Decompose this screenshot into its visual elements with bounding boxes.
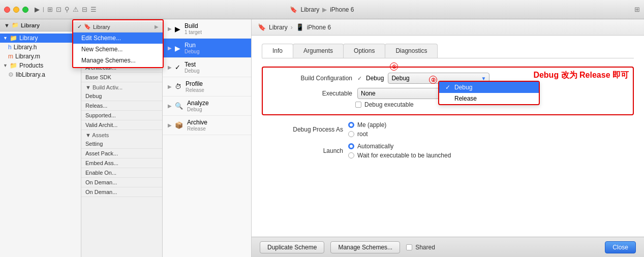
duplicate-scheme-button[interactable]: Duplicate Scheme — [260, 241, 324, 253]
dropdown-header: ✓ 🔖 Library ▶ — [73, 21, 163, 33]
manage-schemes-button[interactable]: Manage Schemes... — [330, 241, 400, 253]
titlebar: ▶ | ⊞ ⊡ ⚲ ⚠ ⊟ ☰ 🔖 Library ▶ iPhone 6 ⊞ — [0, 0, 644, 19]
new-scheme-item[interactable]: New Scheme... — [73, 44, 163, 55]
archive-sub: Release — [187, 126, 207, 132]
setting-row-ondemand2: On Deman... — [81, 187, 162, 197]
sidebar-file-m-label: Library.m — [15, 53, 40, 60]
shared-checkbox[interactable] — [406, 244, 412, 250]
debug-process-label: Debug Process As — [262, 126, 343, 133]
toolbar-icon-5: ⊟ — [82, 6, 87, 13]
analyze-label: Analyze — [187, 100, 209, 107]
right-panel: 🔖 Library › 📱 iPhone 6 Info Arguments Op… — [252, 19, 644, 257]
launch-auto-btn[interactable] — [348, 143, 354, 149]
sidebar-products-label: Products — [19, 62, 43, 69]
tab-bar: Info Arguments Options Diagnostics — [262, 44, 634, 58]
test-expand-arrow: ▶ — [168, 65, 172, 70]
setting-row-enable: Enable On... — [81, 168, 162, 178]
folder-icon: 📁 — [12, 22, 19, 28]
check-mark: ✓ — [357, 75, 362, 82]
release-option[interactable]: Release — [439, 93, 539, 104]
maximize-button[interactable] — [22, 7, 28, 13]
analyze-expand-arrow: ▶ — [168, 103, 172, 109]
radio-root-btn[interactable] — [348, 131, 354, 137]
file-icon-h: h — [8, 44, 12, 51]
debug-exe-checkbox[interactable] — [355, 102, 361, 108]
toolbar-right-icon: ⊞ — [634, 6, 640, 13]
sidebar-item-products[interactable]: ▼ 📁 Products — [0, 61, 81, 70]
archive-expand-arrow: ▶ — [168, 122, 172, 128]
release-option-label: Release — [454, 95, 477, 102]
scheme-profile-item[interactable]: ▶ ⏱ Profile Release — [163, 77, 251, 97]
scheme-build-item[interactable]: ▶ ▶ Build 1 target — [163, 19, 251, 39]
sidebar-item-library[interactable]: ▼ 📁 Library — [0, 34, 81, 43]
debug-process-options: Me (apple) root — [348, 121, 386, 138]
launch-options: Automatically Wait for executable to be … — [348, 143, 451, 159]
assets-header: ▼ Assets — [81, 130, 162, 139]
breadcrumb-sep: › — [291, 24, 293, 31]
setting-row-release: Releas... — [81, 101, 162, 111]
tab-arguments[interactable]: Arguments — [293, 44, 344, 58]
test-icon: ✓ — [175, 63, 180, 71]
sidebar-file-h[interactable]: h Library.h — [8, 43, 81, 52]
manage-schemes-item[interactable]: Manage Schemes... — [73, 55, 163, 66]
setting-row-setting2: Setting — [81, 139, 162, 149]
breadcrumb-device: iPhone 6 — [307, 24, 331, 31]
tab-info[interactable]: Info — [262, 44, 293, 58]
run-expand-arrow: ▶ — [168, 45, 172, 51]
tab-diagnostics[interactable]: Diagnostics — [385, 44, 438, 58]
sidebar: ▼ 📁 Library ▼ 📁 Library h Library.h m Li… — [0, 19, 81, 257]
profile-sub: Release — [186, 87, 204, 93]
minimize-button[interactable] — [13, 7, 19, 13]
archive-icon: 📦 — [175, 121, 183, 129]
sidebar-lib-item[interactable]: ⚙ libLibrary.a — [8, 70, 81, 79]
scheme-analyze-item[interactable]: ▶ 🔍 Analyze Debug — [163, 97, 251, 116]
scheme-dropdown-menu: ✓ 🔖 Library ▶ Edit Scheme... New Scheme.… — [72, 19, 164, 68]
radio-root[interactable]: root — [348, 131, 386, 138]
setting-row-valid: Valid Archit... — [81, 120, 162, 130]
titlebar-device: iPhone 6 — [330, 6, 354, 13]
scheme-test-item[interactable]: ▶ ✓ Test Debug — [163, 58, 251, 77]
tab-options[interactable]: Options — [343, 44, 385, 58]
setting-row-ondemand1: On Deman... — [81, 178, 162, 187]
toolbar-icon-2: ⊡ — [56, 6, 62, 13]
sidebar-lib-label: libLibrary.a — [16, 71, 45, 78]
toolbar-icon-6: ☰ — [90, 6, 97, 13]
products-folder-icon: 📁 — [10, 62, 17, 69]
debug-option[interactable]: ✓ Debug — [439, 82, 539, 93]
toolbar-icon-3: ⚲ — [65, 6, 70, 13]
executable-select-value: None — [361, 90, 376, 97]
analyze-sub: Debug — [187, 107, 209, 112]
radio-me[interactable]: Me (apple) — [348, 121, 386, 128]
launch-wait[interactable]: Wait for executable to be launched — [348, 152, 451, 159]
run-label: Run — [185, 42, 199, 49]
sidebar-file-m[interactable]: m Library.m — [8, 52, 81, 61]
play-icon[interactable]: ▶ — [35, 6, 40, 13]
build-config-label: Build Configuration — [271, 75, 352, 82]
profile-icon: ⏱ — [175, 83, 181, 90]
scheme-archive-item[interactable]: ▶ 📦 Archive Release — [163, 116, 251, 135]
scheme-run-item[interactable]: ▶ ▶ Run Debug — [163, 39, 251, 58]
launch-auto[interactable]: Automatically — [348, 143, 451, 150]
build-icon: ▶ — [175, 25, 180, 33]
run-sub: Debug — [185, 49, 199, 54]
annotation-text: Debug 改为 Release 即可 — [533, 70, 629, 81]
build-config-dropdown: ② ✓ Debug Release — [438, 81, 540, 105]
scheme-list: ▶ ▶ Build 1 target ▶ ▶ Run Debug ▶ ✓ Tes… — [163, 19, 252, 257]
close-button[interactable] — [4, 7, 10, 13]
toolbar-icon-1: ⊞ — [47, 6, 53, 13]
launch-wait-btn[interactable] — [348, 152, 354, 158]
dropdown-expand-arrow: ▶ — [155, 24, 159, 29]
test-label: Test — [185, 61, 199, 68]
setting-row-sdk: Base SDK — [81, 73, 162, 82]
setting-row-embed: Embed Ass... — [81, 158, 162, 168]
shared-checkbox-row: Shared — [406, 244, 435, 251]
edit-scheme-item[interactable]: Edit Scheme... — [73, 33, 163, 44]
launch-label: Launch — [262, 147, 343, 154]
profile-label: Profile — [186, 80, 204, 87]
titlebar-scheme-name[interactable]: Library — [300, 6, 319, 13]
debug-exe-label: Debug executable — [364, 101, 414, 108]
close-button[interactable]: Close — [605, 241, 636, 253]
toolbar-icon-4: ⚠ — [73, 6, 79, 13]
radio-me-btn[interactable] — [348, 122, 354, 128]
executable-label: Executable — [271, 90, 352, 97]
